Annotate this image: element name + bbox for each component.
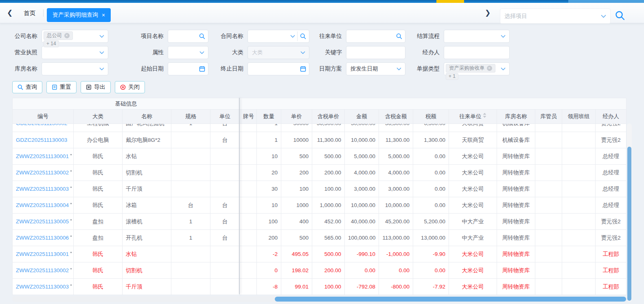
cell-no: ZWWZ202511130004	[13, 197, 74, 214]
attribute-select[interactable]	[168, 46, 208, 59]
settlement-select[interactable]	[444, 30, 510, 43]
project-label: 项目名称	[108, 33, 168, 40]
doc-no-link[interactable]: ZWWZ202511130006	[16, 235, 69, 241]
col-header-tax-price[interactable]: 含税单价	[312, 110, 345, 124]
tabs-scroll-left-icon[interactable]: ❮	[6, 9, 14, 17]
doc-no-link[interactable]: ZWWZ202511130004	[16, 202, 69, 208]
search-icon[interactable]	[396, 33, 402, 40]
cell-price: 100	[281, 181, 312, 197]
cell-qty: 100	[257, 214, 281, 230]
table-row[interactable]: ZWWZ202511130002韩氏切割机0198.02200.000.000.…	[13, 262, 626, 279]
cell-team	[562, 279, 596, 295]
col-header-brand[interactable]: 牌号	[240, 110, 257, 124]
cell-text: 4,000.00	[354, 170, 376, 176]
doc-no-link[interactable]: ZWWZ202511130005	[16, 218, 69, 225]
tab-asset-purchase-detail-query[interactable]: 资产采购明细查询 ×	[47, 8, 111, 22]
horizontal-scrollbar-thumb[interactable]	[275, 297, 626, 302]
calendar-icon[interactable]	[199, 66, 205, 72]
cell-text: 周转物资库	[502, 218, 530, 225]
col-header-warehouse[interactable]: 库房名称	[497, 110, 535, 124]
tag-remove-icon[interactable]: ×	[64, 33, 70, 38]
cell-agent: 总经理	[596, 165, 626, 181]
cell-warehouse: 周转物资库	[497, 262, 535, 279]
col-header-qty[interactable]: 数量	[257, 110, 281, 124]
doc-no-link[interactable]: ZWWZ202511130003	[16, 284, 69, 290]
cell-name: 切割机	[123, 165, 171, 181]
col-header-team[interactable]: 领用班组	[562, 110, 596, 124]
chevron-down-icon	[99, 35, 104, 38]
global-search-icon[interactable]	[615, 10, 626, 22]
doc-no-link[interactable]: ZWWZ202511130001	[16, 153, 69, 159]
cell-vendor: 天联商贸	[449, 124, 497, 132]
sort-icon[interactable]	[483, 113, 486, 118]
cell-text: 切割机	[126, 267, 142, 273]
table-row[interactable]: ZWWZ202511130004韩氏冰箱台台1010001,000.0010,0…	[13, 197, 626, 214]
cell-amount: 10,000.00	[345, 132, 379, 148]
category-select[interactable]: 大类	[248, 46, 309, 59]
col-header-category[interactable]: 大类	[74, 110, 123, 124]
reset-button[interactable]: 重置	[46, 81, 77, 93]
active-tab-label: 资产采购明细查询	[53, 11, 98, 19]
doc-no-link[interactable]: ZWWZ202511130001	[16, 251, 69, 257]
close-button[interactable]: 关闭	[115, 81, 145, 93]
cell-text: 50,000.00	[351, 124, 375, 127]
contract-select[interactable]	[248, 30, 309, 43]
col-header-amount[interactable]: 金额	[345, 110, 379, 124]
table-row[interactable]: ZWWZ202511130006盘扣开孔机1台200500565.00100,0…	[13, 230, 626, 246]
tag-remove-icon[interactable]: ×	[487, 66, 492, 71]
doc-no-link[interactable]: ZWWZ202511130002	[16, 267, 69, 273]
col-header-price[interactable]: 单价	[281, 110, 312, 124]
col-header-name[interactable]: 名称	[123, 110, 171, 124]
cell-amount: 0.00	[345, 262, 379, 279]
export-button[interactable]: 导出	[81, 81, 111, 93]
table-row[interactable]: ZWWZ202511130001韩氏水钻-2495.05500.00-990.1…	[13, 246, 626, 262]
company-select[interactable]: 总公司× + 14	[42, 30, 108, 43]
vertical-scrollbar[interactable]	[627, 123, 632, 302]
col-header-tax-amount[interactable]: 含税金额	[379, 110, 413, 124]
table-row[interactable]: ZWWZ202511130001韩氏水钻10500500.005,000.005…	[13, 148, 626, 165]
doc-no-link[interactable]: GDZC202511130002	[16, 124, 67, 127]
project-select[interactable]: 选择项目	[500, 9, 611, 24]
license-select[interactable]	[42, 46, 108, 59]
doc-type-select[interactable]: 资产采购验收单× + 1	[444, 62, 510, 75]
col-header-unit[interactable]: 单位	[210, 110, 240, 124]
cell-warehouse: 周转物资库	[497, 279, 535, 295]
col-header-no[interactable]: 编号	[13, 110, 74, 124]
cell-amount: 100,000.00	[345, 230, 379, 246]
warehouse-select[interactable]	[42, 62, 108, 75]
search-icon[interactable]	[199, 33, 205, 40]
table-row[interactable]: GDZC202511130002工程机械国产轮式挖掘机1台15000056,50…	[13, 124, 626, 132]
tabs-scroll-right-icon[interactable]: ❯	[484, 9, 492, 17]
keyword-input[interactable]	[346, 46, 405, 59]
frozen-pane-divider[interactable]	[239, 98, 240, 294]
tab-close-icon[interactable]: ×	[102, 12, 105, 18]
cell-keeper	[535, 181, 562, 197]
cell-text: 1	[275, 137, 278, 143]
col-header-tax[interactable]: 税额	[413, 110, 449, 124]
query-button[interactable]: 查询	[12, 81, 42, 93]
table-row[interactable]: ZWWZ202511130003韩氏千斤顶30100100.003,000.00…	[13, 181, 626, 197]
calendar-icon[interactable]	[300, 66, 306, 72]
cell-text: 400	[300, 218, 309, 225]
filter-warehouse: 库房名称	[12, 62, 108, 75]
search-icon[interactable]	[300, 33, 306, 40]
table-row[interactable]: ZWWZ202511130003韩氏千斤顶-899.01100.00-792.0…	[13, 279, 626, 295]
col-header-keeper[interactable]: 库管员	[535, 110, 562, 124]
doc-no-link[interactable]: ZWWZ202511130002	[16, 170, 69, 176]
date-plan-select[interactable]: 按发生日期	[346, 62, 405, 75]
vertical-scrollbar-thumb[interactable]	[627, 147, 631, 301]
table-row[interactable]: GDZC202511130003办公电脑戴尔电脑8G*2台11000011,30…	[13, 132, 626, 148]
agent-input[interactable]	[444, 46, 509, 59]
doc-no-link[interactable]: GDZC202511130003	[16, 137, 67, 143]
col-header-spec[interactable]: 规格	[171, 110, 210, 124]
doc-no-link[interactable]: ZWWZ202511130003	[16, 186, 69, 192]
table-row[interactable]: ZWWZ202511130002韩氏切割机20200200.004,000.00…	[13, 165, 626, 181]
reset-button-label: 重置	[60, 84, 71, 91]
cell-text: 贾元强2	[601, 137, 621, 143]
doc-type-tag: 资产采购验收单×	[446, 64, 495, 73]
table-row[interactable]: ZWWZ202511130005盘扣滚槽机1台100400452.0040,00…	[13, 214, 626, 230]
col-header-vendor[interactable]: 往来单位	[449, 110, 497, 124]
col-header-agent[interactable]: 经办人	[596, 110, 626, 124]
horizontal-scrollbar[interactable]	[12, 296, 627, 302]
tab-home[interactable]: 首页	[19, 8, 40, 18]
